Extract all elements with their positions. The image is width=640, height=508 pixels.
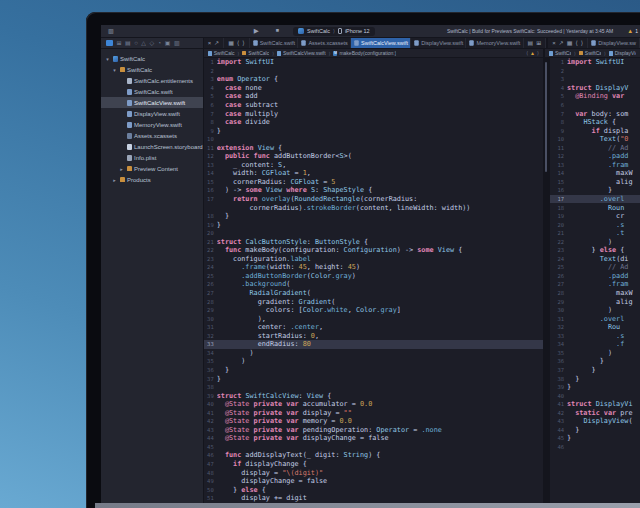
navigator-toggle-icon[interactable]: ▥: [108, 28, 114, 34]
code-line[interactable]: 4struct DisplayV: [550, 84, 640, 93]
previous-issue-icon[interactable]: ⟨: [526, 50, 528, 56]
code-line[interactable]: 29 colors: [Color.white, Color.gray]: [204, 306, 543, 315]
code-line[interactable]: 15 cornerRadius: CGFloat = 5: [204, 178, 543, 187]
add-editor-icon[interactable]: ⊞: [536, 40, 541, 46]
code-line[interactable]: 43 @State private var pendingOperation: …: [204, 426, 543, 435]
forward-icon[interactable]: ⟩: [242, 40, 244, 46]
code-line[interactable]: 15 alig: [550, 178, 640, 187]
code-line[interactable]: 16 ) -> some View where S: ShapeStyle {: [204, 186, 543, 195]
symbol-navigator-icon[interactable]: ▤: [125, 40, 131, 46]
code-line[interactable]: 27 RadialGradient(: [204, 289, 543, 298]
code-line[interactable]: 30 ),: [204, 314, 543, 323]
code-line[interactable]: 18 Roun: [550, 203, 640, 212]
code-line[interactable]: 1import SwiftUI: [204, 58, 543, 67]
code-line[interactable]: 1import SwiftUI: [550, 58, 640, 67]
code-line[interactable]: 44 @State private var displayChange = fa…: [204, 434, 543, 443]
code-line[interactable]: 23 } else {: [550, 246, 640, 255]
code-line[interactable]: 38 }: [550, 374, 640, 383]
code-line[interactable]: 25 .addButtonBorder(Color.gray): [204, 272, 543, 281]
code-line[interactable]: 51 display += digit: [204, 494, 543, 503]
sidebar-item-swiftcalc-swift[interactable]: SwiftCalc.swift: [101, 86, 203, 97]
code-line[interactable]: 5 case add: [204, 92, 543, 101]
code-line[interactable]: 33 .s: [550, 332, 640, 341]
adjust-editor-icon[interactable]: ▤: [528, 40, 534, 46]
code-line[interactable]: 37}: [204, 374, 543, 383]
stop-button[interactable]: ■: [276, 28, 279, 34]
tab-displayview-swift[interactable]: DisplayView.swift: [411, 38, 466, 48]
breadcrumb-swiftcalc[interactable]: SwiftCalc: [549, 50, 571, 56]
code-line[interactable]: 6: [550, 101, 640, 110]
code-line[interactable]: 41struct DisplayVi: [550, 400, 640, 409]
scheme-selector[interactable]: SwiftCalc ⟩ iPhone 12: [293, 27, 375, 36]
code-line[interactable]: 43 DisplayView(: [550, 417, 640, 426]
tab-assets-xcassets[interactable]: Assets.xcassets: [298, 38, 351, 48]
editor-swiftcalcview[interactable]: 1import SwiftUI23enum Operator {4 case n…: [204, 58, 543, 503]
sidebar-item-launchscreen-storyboard[interactable]: LaunchScreen.storyboard: [101, 141, 203, 152]
code-line[interactable]: 17 .overl: [550, 195, 640, 204]
tab-swiftcalcview-swift[interactable]: SwiftCalcView.swift: [351, 38, 411, 48]
disclosure-icon[interactable]: ▾: [112, 67, 117, 73]
breadcrumb-makebody-configuration[interactable]: MmakeBody(configuration:): [333, 50, 396, 56]
code-line[interactable]: 41 @State private var display = "": [204, 408, 543, 417]
code-line[interactable]: 28 maxW: [550, 289, 640, 298]
code-line[interactable]: 20: [204, 229, 543, 238]
code-line[interactable]: 39struct SwiftCalcView: View {: [204, 391, 543, 400]
minimap-icon[interactable]: ▦: [567, 40, 573, 46]
source-control-icon[interactable]: ⊞: [117, 40, 122, 46]
issue-indicator[interactable]: ▲ 1: [627, 28, 638, 34]
code-line[interactable]: 40 @State private var accumulator = 0.0: [204, 400, 543, 409]
code-line[interactable]: 13 .fram: [550, 161, 640, 170]
code-line[interactable]: 26 .background(: [204, 280, 543, 289]
minimap-icon[interactable]: ▦: [228, 40, 234, 46]
code-line[interactable]: 36 }: [204, 366, 543, 375]
code-line[interactable]: 11 // Ad: [550, 143, 640, 152]
sidebar-item-displayview-swift[interactable]: DisplayView.swift: [101, 108, 203, 119]
code-line[interactable]: 26 .padd: [550, 272, 640, 281]
code-line[interactable]: 8 HStack {: [550, 118, 640, 127]
code-line[interactable]: 3: [550, 75, 640, 84]
code-line[interactable]: 45}: [550, 434, 640, 443]
code-line[interactable]: 7 var body: som: [550, 109, 640, 118]
editor-scrollbar[interactable]: [543, 58, 549, 503]
code-line[interactable]: 4 case none: [204, 84, 543, 93]
sidebar-item-swiftcalc[interactable]: ▾SwiftCalc: [101, 53, 203, 64]
code-line[interactable]: 42 @State private var memory = 0.0: [204, 417, 543, 426]
code-line[interactable]: 11extension View {: [204, 143, 543, 152]
code-line[interactable]: 32 Rou: [550, 323, 640, 332]
code-line[interactable]: 49 displayChange = false: [204, 477, 543, 486]
code-line[interactable]: 39}: [550, 383, 640, 392]
code-line[interactable]: 5 @Binding var: [550, 92, 640, 101]
sidebar-item-swiftcalc-entitlements[interactable]: SwiftCalc.entitlements: [101, 75, 203, 86]
code-line[interactable]: 12 .padd: [550, 152, 640, 161]
run-button[interactable]: ▶: [254, 28, 259, 35]
code-line[interactable]: 25 // Ad: [550, 263, 640, 272]
next-issue-icon[interactable]: ⟩: [537, 50, 539, 56]
debug-navigator-icon[interactable]: ◔: [158, 40, 162, 46]
breadcrumb-displayview[interactable]: DisplayView: [609, 50, 636, 56]
code-line[interactable]: 14 width: CGFloat = 1,: [204, 169, 543, 178]
find-navigator-icon[interactable]: ○: [134, 40, 138, 46]
code-line[interactable]: 31 .overl: [550, 314, 640, 323]
code-line[interactable]: 2: [204, 67, 543, 76]
breadcrumb-swiftcalc[interactable]: SwiftCalc: [242, 50, 269, 56]
code-line[interactable]: 37 }: [550, 366, 640, 375]
code-line[interactable]: cornerRadius).strokeBorder(content, line…: [204, 203, 543, 212]
tab-displayview-right[interactable]: DisplayView.sw: [588, 38, 640, 48]
code-line[interactable]: 29 alig: [550, 297, 640, 306]
focus-editor-icon[interactable]: ↗: [559, 40, 564, 46]
code-line[interactable]: 33 endRadius: 80: [204, 340, 543, 349]
code-line[interactable]: 12 public func addButtonBorder<S>(: [204, 152, 543, 161]
close-editor-icon[interactable]: ×: [552, 40, 556, 46]
code-line[interactable]: 8 case divide: [204, 118, 543, 127]
code-line[interactable]: 48 display = "\(digit)": [204, 468, 543, 477]
sidebar-item-swiftcalc[interactable]: ▾SwiftCalc: [101, 64, 203, 75]
code-line[interactable]: 2: [550, 67, 640, 76]
code-line[interactable]: 22 ): [550, 237, 640, 246]
code-line[interactable]: 10: [204, 135, 543, 144]
code-line[interactable]: 44 }: [550, 426, 640, 435]
code-line[interactable]: 7 case multiply: [204, 109, 543, 118]
project-navigator-icon[interactable]: [106, 40, 113, 46]
editor-displayview[interactable]: 1import SwiftUI234struct DisplayV5 @Bind…: [549, 58, 640, 503]
code-line[interactable]: 9 if displa: [550, 126, 640, 135]
breadcrumb-swiftcalc[interactable]: SwiftCalc: [579, 50, 601, 56]
